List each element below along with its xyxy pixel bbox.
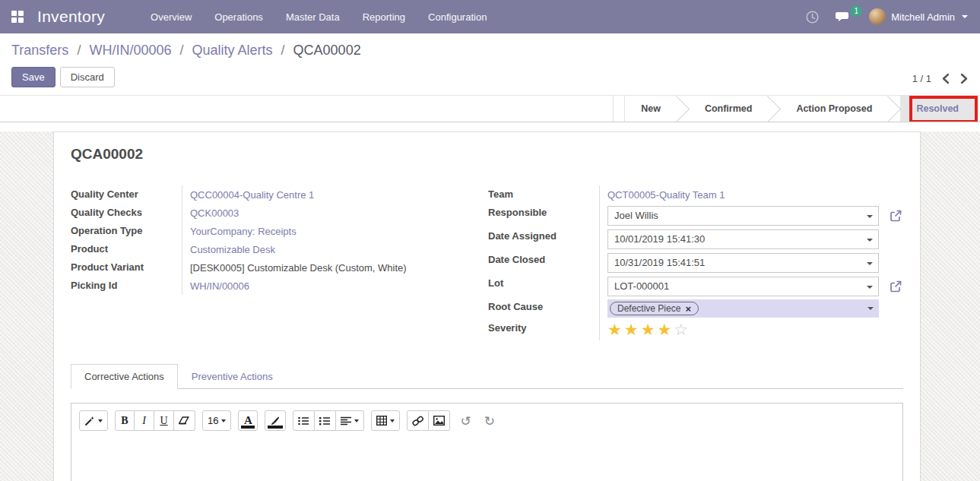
- field-value-product-variant: [DESK0005] Customizable Desk (Custom, Wh…: [190, 262, 407, 274]
- font-size-select[interactable]: 16: [202, 410, 231, 431]
- field-value-team[interactable]: QCT00005-Quality Team 1: [607, 189, 725, 201]
- field-group-right: Team QCT00005-Quality Team 1 Responsible…: [488, 185, 903, 340]
- root-cause-tag[interactable]: Defective Piece ×: [610, 302, 699, 315]
- breadcrumb-separator: /: [281, 43, 285, 58]
- chevron-down-icon: [962, 15, 968, 18]
- star-empty-icon[interactable]: ☆: [674, 322, 688, 338]
- field-value-quality-center[interactable]: QCC00004-Quality Centre 1: [190, 189, 314, 201]
- breadcrumb-picking[interactable]: WH/IN/00006: [89, 43, 171, 58]
- remove-format-eraser-button[interactable]: [174, 410, 195, 431]
- field-value-operation-type[interactable]: YourCompany: Receipts: [190, 226, 297, 237]
- messages-badge: 1: [850, 5, 862, 17]
- lot-input[interactable]: LOT-000001: [607, 277, 879, 296]
- editor-content-area[interactable]: [71, 438, 902, 481]
- field-label-product-variant: Product Variant: [71, 258, 182, 277]
- insert-table-button[interactable]: [371, 410, 400, 431]
- highlight-color-indicator: [268, 426, 283, 429]
- breadcrumb-current: QCA00002: [293, 43, 361, 58]
- user-menu[interactable]: Mitchell Admin: [869, 8, 968, 25]
- field-label-quality-center: Quality Center: [71, 185, 182, 204]
- menu-configuration[interactable]: Configuration: [428, 11, 487, 23]
- italic-label: I: [142, 415, 146, 427]
- menu-operations[interactable]: Operations: [214, 11, 263, 23]
- menu-master-data[interactable]: Master Data: [286, 11, 340, 23]
- statusbar-arrow: [768, 96, 780, 122]
- field-value-quality-checks[interactable]: QCK00003: [190, 207, 239, 219]
- notebook-tabs: Corrective Actions Preventive Actions: [71, 363, 903, 389]
- bold-label: B: [121, 415, 128, 427]
- tab-corrective-actions[interactable]: Corrective Actions: [71, 364, 178, 389]
- insert-link-button[interactable]: [407, 410, 429, 431]
- dropdown-caret-icon[interactable]: [867, 262, 873, 265]
- undo-button[interactable]: ↺: [457, 410, 474, 431]
- date-closed-input[interactable]: 10/31/2019 15:41:51: [607, 253, 879, 273]
- dropdown-caret-icon[interactable]: [867, 307, 874, 310]
- text-color-button[interactable]: A: [238, 410, 258, 431]
- dropdown-caret-icon: [221, 419, 226, 422]
- tag-remove-icon[interactable]: ×: [685, 304, 691, 314]
- field-label-product: Product: [71, 240, 182, 258]
- status-step-action-proposed[interactable]: Action Proposed: [780, 96, 888, 122]
- star-filled-icon[interactable]: ★: [641, 322, 655, 338]
- apps-menu-button[interactable]: [0, 11, 35, 23]
- dropdown-caret-icon[interactable]: [867, 239, 873, 242]
- dropdown-caret-icon[interactable]: [867, 215, 873, 218]
- italic-button[interactable]: I: [135, 410, 154, 431]
- date-assigned-input[interactable]: 10/01/2019 15:41:30: [607, 229, 879, 249]
- breadcrumb-separator: /: [179, 43, 183, 58]
- activities-clock-icon[interactable]: [806, 11, 819, 24]
- breadcrumb-quality-alerts[interactable]: Quality Alerts: [192, 43, 273, 58]
- root-cause-tags-field[interactable]: Defective Piece ×: [607, 299, 879, 318]
- date-assigned-value: 10/01/2019 15:41:30: [614, 233, 705, 245]
- breadcrumb-transfers[interactable]: Transfers: [11, 43, 68, 58]
- tab-preventive-actions[interactable]: Preventive Actions: [178, 364, 287, 389]
- star-filled-icon[interactable]: ★: [607, 322, 622, 338]
- field-label-responsible: Responsible: [488, 204, 599, 227]
- responsible-input[interactable]: Joel Willis: [607, 206, 879, 226]
- statusbar-arrow: [677, 96, 689, 122]
- app-name[interactable]: Inventory: [37, 8, 105, 26]
- field-label-quality-checks: Quality Checks: [71, 204, 182, 222]
- style-magic-wand-button[interactable]: [79, 410, 108, 431]
- responsible-external-link-icon[interactable]: [890, 210, 902, 222]
- lot-value: LOT-000001: [614, 280, 669, 292]
- corrective-actions-editor[interactable]: B I U 16 A: [71, 403, 903, 481]
- top-navbar: Inventory Overview Operations Master Dat…: [0, 0, 980, 33]
- save-button[interactable]: Save: [11, 67, 56, 87]
- pager-next-icon[interactable]: [960, 73, 968, 84]
- pager-previous-icon[interactable]: [942, 73, 950, 84]
- responsible-value: Joel Willis: [614, 210, 658, 221]
- breadcrumb-separator: /: [77, 43, 81, 58]
- unordered-list-button[interactable]: [293, 410, 315, 431]
- redo-button[interactable]: ↻: [481, 410, 498, 431]
- insert-image-button[interactable]: [429, 410, 450, 431]
- highlight-color-button[interactable]: [265, 410, 286, 431]
- apps-grid-icon: [11, 11, 24, 23]
- text-color-indicator: [241, 426, 255, 429]
- status-step-resolved[interactable]: Resolved: [900, 96, 975, 122]
- field-value-product[interactable]: Customizable Desk: [190, 244, 275, 255]
- underline-button[interactable]: U: [154, 410, 174, 431]
- dropdown-caret-icon[interactable]: [867, 286, 873, 289]
- bold-button[interactable]: B: [115, 410, 135, 431]
- lot-external-link-icon[interactable]: [890, 280, 902, 293]
- field-group-left: Quality CenterQCC00004-Quality Centre 1 …: [71, 185, 488, 340]
- field-label-root-cause: Root Cause: [488, 298, 599, 319]
- dropdown-caret-icon: [354, 419, 359, 422]
- date-closed-value: 10/31/2019 15:41:51: [614, 257, 705, 268]
- ordered-list-button[interactable]: [315, 410, 336, 431]
- editor-toolbar: B I U 16 A: [71, 403, 902, 438]
- menu-reporting[interactable]: Reporting: [363, 11, 405, 23]
- menu-overview[interactable]: Overview: [151, 11, 192, 23]
- field-value-picking-id[interactable]: WH/IN/00006: [190, 280, 249, 292]
- field-label-lot: Lot: [488, 274, 599, 298]
- star-filled-icon[interactable]: ★: [657, 322, 671, 338]
- field-label-picking-id: Picking Id: [71, 277, 182, 295]
- star-filled-icon[interactable]: ★: [624, 322, 639, 338]
- statusbar-arrow: [888, 96, 900, 122]
- messages-icon[interactable]: 1: [836, 11, 852, 24]
- text-align-button[interactable]: [336, 410, 364, 431]
- field-label-severity: Severity: [488, 319, 599, 340]
- discard-button[interactable]: Discard: [60, 67, 115, 87]
- pager: 1 / 1: [912, 73, 968, 84]
